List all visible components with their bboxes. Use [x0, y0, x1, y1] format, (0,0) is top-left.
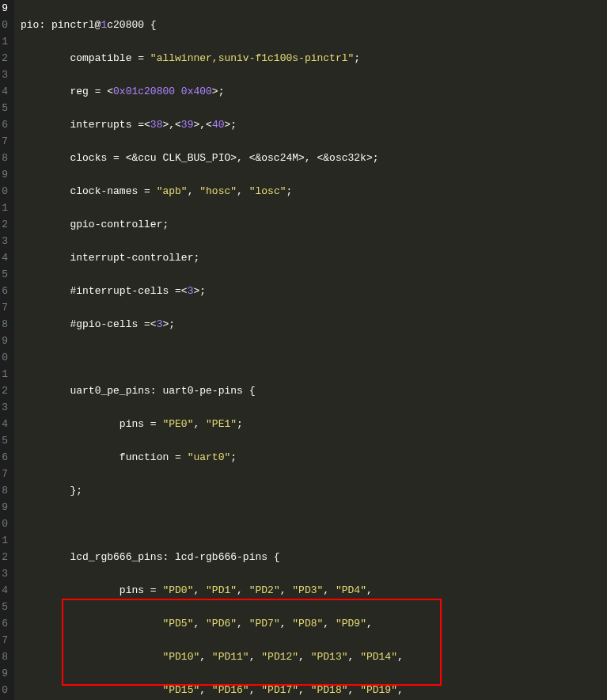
line-number: 8 [0, 150, 8, 166]
line-number: 8 [0, 316, 8, 333]
line-number: 3 [0, 233, 8, 249]
line-number: 2 [0, 549, 8, 565]
line-number: 2 [0, 382, 8, 399]
code-line: function = "uart0"; [21, 449, 607, 466]
line-number: 6 [0, 449, 8, 466]
code-line: compatible = "allwinner,suniv-f1c100s-pi… [21, 50, 607, 67]
code-line: pio: pinctrl@1c20800 { [21, 17, 607, 33]
line-number: 6 [0, 283, 8, 299]
code-line [21, 349, 607, 366]
line-number: 0 [0, 349, 8, 366]
line-number: 1 [0, 366, 8, 382]
line-number: 7 [0, 299, 8, 316]
highlight-annotation [62, 599, 442, 686]
line-number-gutter: 9012345678901234567890123456789012345678… [0, 0, 14, 700]
line-number: 7 [0, 632, 8, 649]
code-line: lcd_rgb666_pins: lcd-rgb666-pins { [21, 549, 607, 565]
line-number: 6 [0, 615, 8, 632]
line-number: 3 [0, 67, 8, 83]
line-number: 8 [0, 649, 8, 665]
line-number: 1 [0, 532, 8, 549]
line-number: 3 [0, 399, 8, 416]
line-number: 7 [0, 133, 8, 150]
line-number: 4 [0, 416, 8, 432]
code-area: pio: pinctrl@1c20800 { compatible = "all… [14, 0, 607, 700]
code-line: interrupt-controller; [21, 249, 607, 266]
code-line: #gpio-cells =<3>; [21, 316, 607, 333]
line-number: 9 [0, 0, 8, 17]
code-line: uart0_pe_pins: uart0-pe-pins { [21, 382, 607, 399]
line-number: 2 [0, 50, 8, 67]
code-line: pins = "PD0", "PD1", "PD2", "PD3", "PD4"… [21, 582, 607, 599]
code-line: interrupts =<38>,<39>,<40>; [21, 116, 607, 133]
code-line: pins = "PE0", "PE1"; [21, 416, 607, 432]
line-number: 0 [0, 183, 8, 200]
line-number: 5 [0, 100, 8, 116]
line-number: 1 [0, 200, 8, 216]
code-line: reg = <0x01c20800 0x400>; [21, 83, 607, 100]
line-number: 9 [0, 665, 8, 682]
code-line: clock-names = "apb", "hosc", "losc"; [21, 183, 607, 200]
code-line [21, 515, 607, 532]
line-number: 5 [0, 599, 8, 615]
line-number: 4 [0, 83, 8, 100]
code-line: gpio-controller; [21, 216, 607, 233]
line-number: 0 [0, 515, 8, 532]
line-number: 1 [0, 33, 8, 50]
line-number: 5 [0, 266, 8, 283]
line-number: 4 [0, 582, 8, 599]
line-number: 7 [0, 466, 8, 482]
code-line: "PD10", "PD11", "PD12", "PD13", "PD14", [21, 649, 607, 665]
line-number: 9 [0, 166, 8, 183]
code-line: "PD15", "PD16", "PD17", "PD18", "PD19", [21, 682, 607, 698]
line-number: 9 [0, 499, 8, 515]
line-number: 8 [0, 482, 8, 499]
line-number: 0 [0, 17, 8, 33]
line-number: 3 [0, 565, 8, 582]
line-number: 4 [0, 249, 8, 266]
line-number: 2 [0, 216, 8, 233]
line-number: 0 [0, 682, 8, 698]
code-line: clocks = <&ccu CLK_BUS_PIO>, <&osc24M>, … [21, 150, 607, 166]
code-line: #interrupt-cells =<3>; [21, 283, 607, 299]
code-line: }; [21, 482, 607, 499]
code-line: "PD5", "PD6", "PD7", "PD8", "PD9", [21, 615, 607, 632]
line-number: 5 [0, 432, 8, 449]
line-number: 6 [0, 116, 8, 133]
line-number: 9 [0, 333, 8, 349]
